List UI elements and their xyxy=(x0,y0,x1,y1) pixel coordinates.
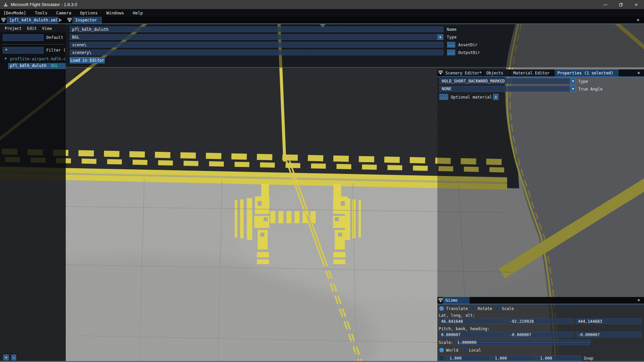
lat-field[interactable]: 46.841648 xyxy=(439,318,505,324)
project-panel-menu-icon[interactable] xyxy=(1,18,6,22)
minimize-button[interactable]: — xyxy=(598,0,613,9)
tab-material-editor[interactable]: Material Editor xyxy=(511,69,548,76)
inspector-close-icon[interactable]: × xyxy=(637,17,639,22)
assetdir-label: AssetDir xyxy=(458,43,478,47)
name-label: Name xyxy=(447,27,457,32)
properties-accent-line xyxy=(437,76,644,77)
true-angle-dropdown[interactable]: NONE xyxy=(439,86,570,92)
tree-root-row[interactable]: ▼ proflite-airport-kdlh-c xyxy=(0,56,66,62)
scale-radio[interactable] xyxy=(495,306,499,311)
rotate-label: Rotate xyxy=(478,306,492,311)
holdshort-type-label: Type xyxy=(578,79,588,84)
outputdir-field[interactable]: scenery\ xyxy=(70,50,443,55)
menu-devmode[interactable]: [DevMode] xyxy=(3,10,26,15)
name-field[interactable]: pfl_kdlh_duluth xyxy=(70,26,443,32)
tab-gizmo[interactable]: Gizmo xyxy=(443,297,470,304)
assetdir-browse-button[interactable]: ... xyxy=(447,42,455,48)
project-menu-view[interactable]: View xyxy=(42,26,52,31)
restore-button[interactable] xyxy=(613,0,629,9)
latlongalt-label: Lat, long, alt: xyxy=(439,313,475,318)
outputdir-browse-button[interactable]: ... xyxy=(447,50,455,55)
project-menu-row: Project Edit View xyxy=(0,25,66,32)
menu-tools[interactable]: Tools xyxy=(35,10,48,15)
world-label: World xyxy=(446,348,458,353)
title-bar: Microsoft Flight Simulator - 1.8.3.0 — × xyxy=(0,0,644,9)
panel-accent-line xyxy=(0,23,644,24)
alt-field[interactable]: 444.144683 xyxy=(576,318,641,324)
long-field[interactable]: -92.219928 xyxy=(507,318,574,324)
menu-camera[interactable]: Camera xyxy=(56,10,71,15)
snap-z-field[interactable]: 1.000 xyxy=(538,355,581,361)
close-button[interactable]: × xyxy=(629,0,644,9)
menu-bar: [DevMode] Tools Camera Options Windows H… xyxy=(0,9,644,17)
project-menu-edit[interactable]: Edit xyxy=(27,26,37,31)
type-dropdown-arrow-icon[interactable]: ▼ xyxy=(437,34,443,40)
assetdir-field[interactable]: scene\ xyxy=(70,42,443,48)
menu-windows[interactable]: Windows xyxy=(106,10,124,15)
menu-help[interactable]: Help xyxy=(133,10,143,15)
filter-label: Filter ( xyxy=(46,48,66,53)
type-dropdown[interactable]: BGL xyxy=(70,34,443,40)
app-window: Microsoft Flight Simulator - 1.8.3.0 — ×… xyxy=(0,0,644,362)
gizmo-menu-icon[interactable] xyxy=(438,298,443,303)
properties-close-icon[interactable]: × xyxy=(637,70,640,75)
default-label: Default xyxy=(46,35,63,40)
divider xyxy=(1,44,64,45)
project-panel: Project Edit View Default * Filter ( ▼ p… xyxy=(0,24,66,362)
material-browse-button[interactable]: ... xyxy=(439,94,448,100)
scale-slider-field[interactable]: 1.000000 xyxy=(455,340,590,345)
heading-field[interactable]: -0.000007 xyxy=(576,332,641,338)
zoom-out-button[interactable]: − xyxy=(11,355,16,360)
tree-expand-icon[interactable]: ▼ xyxy=(5,57,7,60)
tab-inspector[interactable]: Inspector xyxy=(72,17,102,23)
pbh-label: Pitch, bank, heading: xyxy=(439,326,490,331)
pitch-field[interactable]: 0.000007 xyxy=(439,332,505,338)
world-radio[interactable] xyxy=(439,348,444,352)
inspector-panel: pfl_kdlh_duluth Name BGL ▼ Type scene\ .… xyxy=(66,24,644,68)
bank-field[interactable]: -0.000007 xyxy=(507,332,574,338)
project-menu-project[interactable]: Project xyxy=(5,26,22,31)
material-label: Optional material xyxy=(451,95,492,100)
zoom-in-button[interactable]: + xyxy=(3,355,9,360)
window-title: Microsoft Flight Simulator - 1.8.3.0 xyxy=(11,2,77,7)
tab-project-xml[interactable]: [pfl_kdlh_duluth.xml] xyxy=(7,17,58,23)
gizmo-panel: Gizmo × Translate Rotate Scale Lat, long… xyxy=(437,297,644,362)
holdshort-type-dropdown[interactable]: HOLD_SHORT_BACKWARD_MARKED xyxy=(439,78,570,84)
gizmo-close-icon[interactable]: × xyxy=(637,297,640,303)
snap-y-field[interactable]: 1.000 xyxy=(492,355,536,361)
snap-x-field[interactable]: 1.000 xyxy=(447,355,491,361)
local-radio[interactable] xyxy=(462,348,467,352)
restore-icon xyxy=(619,3,623,6)
tree-child-row[interactable]: pfl_kdlh_duluth BGL xyxy=(8,63,66,69)
default-input[interactable] xyxy=(3,34,44,41)
menu-options[interactable]: Options xyxy=(80,10,98,15)
outputdir-label: OutputDir xyxy=(458,50,480,55)
properties-menu-icon[interactable] xyxy=(438,70,443,75)
translate-label: Translate xyxy=(446,306,468,311)
translate-radio[interactable] xyxy=(439,306,444,311)
scale-label: Scale: xyxy=(439,340,453,345)
app-icon xyxy=(3,2,8,7)
true-angle-arrow-icon[interactable]: ▼ xyxy=(570,86,576,92)
tab-properties[interactable]: Properties (1 selected) xyxy=(555,69,619,76)
holdshort-type-arrow-icon[interactable]: ▼ xyxy=(570,78,576,84)
filter-input[interactable]: * xyxy=(3,47,44,54)
tab-scenery-editor[interactable]: Scenery Editor* xyxy=(443,69,482,76)
load-in-editor-button[interactable]: Load in Editor xyxy=(70,57,105,63)
tab-project-close-icon[interactable]: × xyxy=(59,17,62,22)
material-clear-button[interactable]: x xyxy=(493,94,498,100)
rotate-radio[interactable] xyxy=(471,306,475,311)
snap-label: Snap xyxy=(584,356,593,361)
local-label: Local xyxy=(469,348,481,353)
type-label: Type xyxy=(447,35,457,40)
snap-checkbox[interactable] xyxy=(439,355,444,361)
gizmo-accent-line xyxy=(437,304,644,304)
true-angle-label: True Angle xyxy=(578,87,602,92)
scale-mode-label: Scale xyxy=(502,306,514,311)
bgl-badge: BGL xyxy=(51,63,58,68)
inspector-menu-icon[interactable] xyxy=(67,18,72,22)
tab-objects[interactable]: Objects xyxy=(484,69,509,76)
